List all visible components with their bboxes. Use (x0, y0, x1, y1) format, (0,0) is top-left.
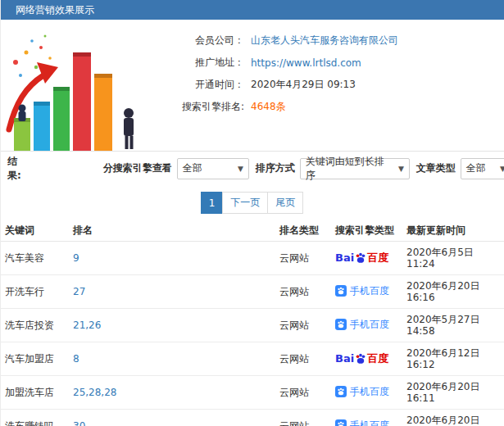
engine-rank-count: 4648条 (251, 100, 286, 114)
company-label: 会员公司： (152, 34, 244, 48)
mobile-baidu-icon (335, 319, 347, 330)
table-row: 汽车加盟店 8 云网站 Bai 百度 2020年6月12日 16:12 (1, 342, 504, 376)
pagination-next-button[interactable]: 下一页 (222, 192, 268, 214)
col-header-engine-type: 搜索引擎类型 (331, 220, 402, 242)
rank-type-cell: 云网站 (275, 342, 331, 376)
type-filter-select[interactable]: 全部 ▼ (461, 158, 504, 179)
keyword-cell: 汽车美容 (1, 242, 69, 275)
engine-rank-row: 搜索引擎排名: 4648条 (152, 96, 504, 118)
open-time-value: 2020年4月29日 09:13 (251, 78, 356, 92)
type-filter-label: 文章类型 (416, 161, 456, 175)
keyword-cell: 洗车赚钱吗 (1, 410, 69, 426)
table-row: 洗车赚钱吗 30 云网站 手机百度 2020年6月20日 16:12 (1, 410, 504, 426)
baidu-logo-icon: Bai 百度 (335, 353, 388, 365)
promo-url-row: 推广地址： https://www.lrtlsd.com (152, 52, 504, 74)
table-row: 洗车店投资 21,26 云网站 手机百度 2020年5月27日 14:58 (1, 309, 504, 342)
engine-filter-label: 分搜索引擎查看 (103, 161, 172, 175)
result-label: 结果: (7, 155, 21, 183)
rank-link[interactable]: 21,26 (73, 320, 101, 331)
mobile-baidu-icon (335, 386, 347, 397)
update-time-cell: 2020年6月5日 11:24 (402, 242, 504, 275)
pagination-last-button[interactable]: 尾页 (267, 192, 303, 214)
filter-bar: 结果: 分搜索引擎查看 全部 ▼ 排序方式 关键词由短到长排序 ▼ 文章类型 全… (1, 151, 504, 185)
col-header-rank: 排名 (69, 220, 275, 242)
sort-filter-value: 关键词由短到长排序 (306, 155, 392, 183)
keyword-cell: 加盟洗车店 (1, 376, 69, 410)
company-row: 会员公司： 山东老人头汽车服务咨询有限公司 (152, 29, 504, 52)
chevron-down-icon: ▼ (238, 165, 243, 173)
rank-type-cell: 云网站 (275, 376, 331, 410)
baidu-logo-icon: Bai 百度 (335, 252, 388, 264)
engine-rank-label: 搜索引擎排名: (152, 100, 244, 114)
engine-filter-value: 全部 (183, 161, 202, 175)
page: 网络营销效果展示 (0, 0, 504, 426)
type-filter-value: 全部 (466, 161, 486, 175)
update-time-cell: 2020年6月12日 16:12 (402, 342, 504, 376)
col-header-update-time: 最新更新时间 (402, 220, 504, 242)
table-row: 汽车美容 9 云网站 Bai 百度 2020年6月5日 11:24 (1, 242, 504, 275)
rank-type-cell: 云网站 (275, 275, 331, 309)
rank-link[interactable]: 25,28,28 (73, 387, 116, 398)
mobile-baidu-badge: 手机百度 (335, 419, 389, 426)
table-row: 加盟洗车店 25,28,28 云网站 手机百度 2020年6月20日 16:11 (1, 376, 504, 410)
update-time-cell: 2020年5月27日 14:58 (402, 309, 504, 342)
chevron-down-icon: ▼ (500, 165, 504, 173)
rank-link[interactable]: 8 (73, 353, 79, 365)
app-header: 网络营销效果展示 (1, 0, 504, 20)
open-time-row: 开通时间： 2020年4月29日 09:13 (152, 74, 504, 96)
mobile-baidu-icon (335, 285, 347, 297)
results-table: 关键词 排名 排名类型 搜索引擎类型 最新更新时间 汽车美容 9 云网站 Bai… (1, 220, 504, 426)
mobile-baidu-badge: 手机百度 (335, 319, 389, 330)
rank-type-cell: 云网站 (275, 309, 331, 342)
update-time-cell: 2020年6月20日 16:11 (402, 376, 504, 410)
page-title: 网络营销效果展示 (16, 3, 94, 17)
keyword-cell: 洗车店投资 (1, 309, 69, 342)
mobile-baidu-icon (335, 419, 347, 426)
keyword-cell: 汽车加盟店 (1, 342, 69, 376)
mobile-baidu-badge: 手机百度 (335, 285, 389, 297)
sort-filter-select[interactable]: 关键词由短到长排序 ▼ (300, 158, 410, 179)
rank-link[interactable]: 30 (73, 420, 85, 426)
update-time-cell: 2020年6月20日 16:12 (402, 410, 504, 426)
mobile-baidu-badge: 手机百度 (335, 386, 389, 397)
baidu-paw-icon (355, 353, 366, 365)
baidu-paw-icon (355, 252, 366, 264)
pagination: 1 下一页 尾页 (1, 185, 504, 220)
bar-chart-illustration-svg (4, 28, 150, 151)
col-header-rank-type: 排名类型 (275, 220, 331, 242)
keyword-cell: 开洗车行 (1, 275, 69, 309)
table-row: 开洗车行 27 云网站 手机百度 2020年6月20日 16:16 (1, 275, 504, 309)
rank-link[interactable]: 27 (73, 286, 85, 297)
member-info: 会员公司： 山东老人头汽车服务咨询有限公司 推广地址： https://www.… (152, 20, 504, 151)
col-header-keyword: 关键词 (1, 220, 69, 242)
engine-filter-select[interactable]: 全部 ▼ (177, 158, 249, 179)
bar-chart-illustration (1, 20, 152, 151)
table-header-row: 关键词 排名 排名类型 搜索引擎类型 最新更新时间 (1, 220, 504, 242)
sort-filter-label: 排序方式 (256, 161, 295, 175)
rank-link[interactable]: 9 (73, 252, 79, 264)
promo-url-link[interactable]: https://www.lrtlsd.com (251, 57, 361, 69)
pagination-page-1[interactable]: 1 (201, 192, 224, 214)
rank-type-cell: 云网站 (275, 242, 331, 275)
company-link[interactable]: 山东老人头汽车服务咨询有限公司 (251, 34, 398, 48)
info-section: 会员公司： 山东老人头汽车服务咨询有限公司 推广地址： https://www.… (1, 20, 504, 151)
promo-url-label: 推广地址： (152, 56, 244, 70)
open-time-label: 开通时间： (152, 78, 244, 92)
rank-type-cell: 云网站 (275, 410, 331, 426)
update-time-cell: 2020年6月20日 16:16 (402, 275, 504, 309)
chevron-down-icon: ▼ (398, 165, 404, 173)
